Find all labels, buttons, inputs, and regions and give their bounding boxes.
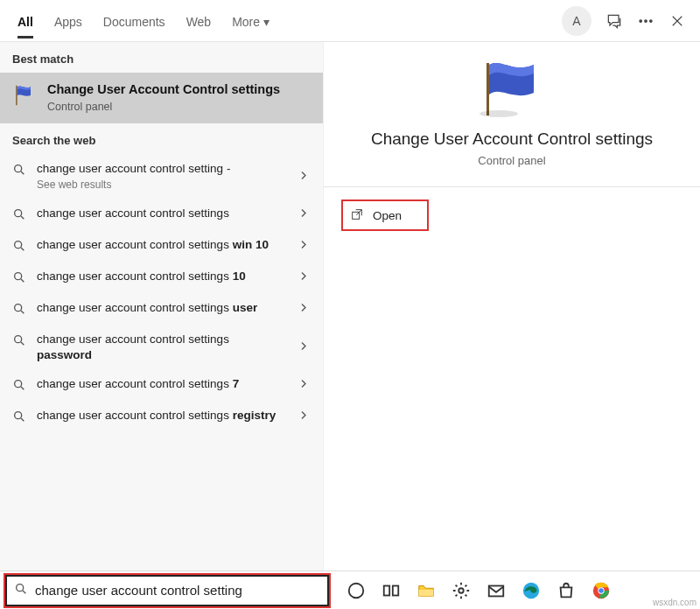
svg-point-11: [15, 412, 22, 419]
preview-subtitle: Control panel: [478, 154, 545, 167]
svg-rect-19: [419, 590, 434, 596]
open-label: Open: [373, 209, 402, 222]
svg-point-8: [15, 304, 22, 312]
chevron-right-icon: [297, 168, 311, 185]
settings-icon[interactable]: [450, 579, 472, 602]
chrome-icon[interactable]: [590, 579, 612, 602]
open-icon: [350, 207, 364, 224]
web-result-label: change user account control settings win…: [37, 237, 269, 253]
chevron-right-icon: [297, 377, 311, 394]
chevron-right-icon: [297, 206, 311, 223]
svg-rect-17: [384, 585, 389, 595]
svg-rect-12: [486, 63, 489, 116]
search-icon: [14, 582, 28, 599]
svg-point-4: [15, 165, 22, 172]
svg-point-13: [480, 110, 518, 117]
results-panel: Best match Change User Account Control s…: [0, 42, 324, 570]
svg-rect-3: [16, 86, 17, 105]
search-icon: [12, 302, 28, 318]
edge-icon[interactable]: [520, 579, 542, 602]
web-result-item[interactable]: change user account control settings pas…: [0, 325, 323, 369]
mail-icon[interactable]: [485, 579, 508, 602]
svg-point-0: [640, 19, 642, 22]
web-result-item[interactable]: change user account control settings 10: [0, 262, 323, 293]
web-result-item[interactable]: change user account control settings: [0, 199, 323, 230]
search-icon: [12, 378, 28, 394]
chevron-down-icon: ▾: [263, 15, 270, 29]
svg-rect-18: [393, 585, 398, 595]
close-button[interactable]: [668, 12, 686, 30]
web-result-label: change user account control settings 7: [37, 376, 239, 392]
cortana-icon[interactable]: [345, 579, 368, 602]
open-action[interactable]: Open: [341, 200, 429, 231]
svg-point-1: [645, 19, 648, 22]
uac-flag-large-icon: [472, 58, 551, 119]
main-area: Best match Change User Account Control s…: [0, 42, 700, 570]
web-result-item[interactable]: change user account control settings win…: [0, 230, 323, 262]
feedback-icon[interactable]: [606, 12, 623, 30]
svg-point-20: [458, 588, 464, 593]
web-result-item[interactable]: change user account control setting - Se…: [0, 154, 323, 199]
svg-point-16: [349, 583, 364, 598]
web-result-item[interactable]: change user account control settings reg…: [0, 401, 323, 432]
search-icon: [12, 333, 28, 349]
preview-title: Change User Account Control settings: [371, 130, 653, 149]
chevron-right-icon: [297, 339, 311, 355]
preview-panel: Change User Account Control settings Con…: [324, 42, 700, 570]
store-icon[interactable]: [555, 579, 578, 602]
web-result-label: change user account control settings pas…: [37, 332, 282, 362]
web-result-label: change user account control settings 10: [37, 269, 246, 284]
web-result-item[interactable]: change user account control settings 7: [0, 369, 323, 401]
watermark: wsxdn.com: [653, 598, 696, 607]
web-result-label: change user account control settings reg…: [37, 408, 276, 424]
search-icon: [12, 207, 28, 223]
chevron-right-icon: [297, 409, 311, 425]
tab-documents[interactable]: Documents: [93, 4, 176, 38]
chevron-right-icon: [297, 238, 311, 255]
best-match-header: Best match: [0, 42, 323, 73]
tab-more-label: More: [232, 15, 260, 29]
svg-point-25: [598, 588, 604, 593]
svg-point-5: [15, 210, 22, 217]
best-match-text: Change User Account Control settings Con…: [47, 81, 280, 113]
chevron-right-icon: [297, 301, 311, 318]
best-match-item[interactable]: Change User Account Control settings Con…: [0, 73, 323, 123]
svg-point-6: [15, 242, 22, 248]
divider: [324, 186, 700, 187]
search-icon: [12, 163, 28, 178]
more-options-icon[interactable]: [637, 12, 654, 30]
search-icon: [12, 239, 28, 255]
search-box[interactable]: [5, 575, 329, 606]
web-result-label: change user account control settings: [37, 206, 229, 221]
web-items-list: change user account control setting - Se…: [0, 154, 323, 432]
uac-flag-icon: [12, 83, 37, 108]
search-icon: [12, 270, 28, 286]
preview-header: Change User Account Control settings Con…: [324, 42, 700, 167]
svg-point-15: [17, 584, 24, 591]
task-view-icon[interactable]: [380, 579, 402, 602]
svg-point-7: [15, 273, 22, 280]
best-match-title: Change User Account Control settings: [47, 81, 280, 97]
tab-apps[interactable]: Apps: [44, 4, 93, 38]
file-explorer-icon[interactable]: [415, 579, 438, 602]
best-match-subtitle: Control panel: [47, 101, 280, 113]
tab-web[interactable]: Web: [176, 4, 222, 38]
web-result-label: change user account control settings use…: [37, 300, 257, 316]
web-result-label: change user account control setting - Se…: [37, 161, 230, 192]
taskbar: [345, 579, 612, 602]
svg-point-2: [650, 19, 653, 22]
web-result-item[interactable]: change user account control settings use…: [0, 293, 323, 325]
chevron-right-icon: [297, 270, 311, 286]
bottom-bar: wsxdn.com: [0, 570, 700, 609]
user-avatar[interactable]: A: [562, 6, 592, 36]
web-results-header: Search the web: [0, 123, 323, 154]
top-right-actions: A: [562, 6, 693, 36]
tab-more[interactable]: More▾: [221, 4, 280, 38]
svg-point-9: [15, 336, 22, 343]
search-icon: [12, 410, 28, 425]
search-input[interactable]: [35, 583, 320, 598]
top-bar: All Apps Documents Web More▾ A: [0, 0, 700, 42]
svg-point-10: [15, 381, 22, 388]
tab-all[interactable]: All: [7, 4, 44, 38]
